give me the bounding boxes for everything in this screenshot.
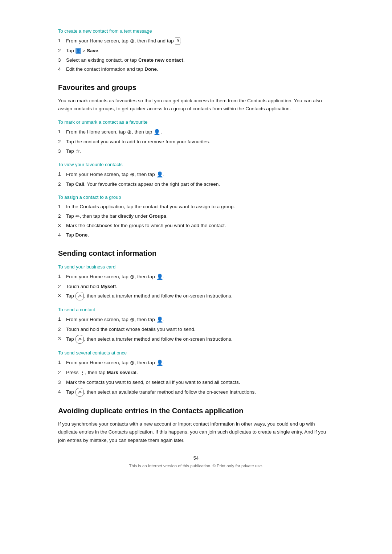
list-item: 4 Tap ↗·, then select an available trans… bbox=[58, 388, 334, 397]
list-item: 3 Tap ↗·, then select a transfer method … bbox=[58, 335, 334, 344]
list-item: 1 From the Home screen, tap ⊕, then tap … bbox=[58, 128, 334, 136]
list-item: 1 From your Home screen, tap ⊕, then fin… bbox=[58, 37, 334, 45]
list-item: 2 Tap the contact you want to add to or … bbox=[58, 138, 334, 146]
mark-favourite-steps: 1 From the Home screen, tap ⊕, then tap … bbox=[58, 128, 334, 155]
page: To create a new contact from a text mess… bbox=[0, 0, 392, 554]
avoid-duplicates-intro: If you synchronise your contacts with a … bbox=[58, 420, 334, 444]
list-item: 2 Tap Call. Your favourite contacts appe… bbox=[58, 180, 334, 188]
list-item: 3 Mark the contacts you want to send, or… bbox=[58, 378, 334, 386]
list-item: 2 Touch and hold Myself. bbox=[58, 283, 334, 291]
list-item: 2 Tap ✏, then tap the bar directly under… bbox=[58, 212, 334, 221]
list-item: 4 Edit the contact information and tap D… bbox=[58, 65, 334, 73]
create-contact-header: To create a new contact from a text mess… bbox=[58, 28, 334, 34]
send-several-header: To send several contacts at once bbox=[58, 350, 334, 356]
list-item: 1 From your Home screen, tap ⊕, then tap… bbox=[58, 272, 334, 281]
list-item: 1 From your Home screen, tap ⊕, then tap… bbox=[58, 315, 334, 324]
assign-group-header: To assign a contact to a group bbox=[58, 194, 334, 200]
list-item: 3 Select an existing contact, or tap Cre… bbox=[58, 56, 334, 64]
send-business-card-steps: 1 From your Home screen, tap ⊕, then tap… bbox=[58, 272, 334, 301]
list-item: 3 Tap ↗·, then select a transfer method … bbox=[58, 292, 334, 300]
list-item: 2 Touch and hold the contact whose detai… bbox=[58, 325, 334, 333]
view-favourite-steps: 1 From your Home screen, tap ⊕, then tap… bbox=[58, 170, 334, 188]
list-item: 3 Tap ☆. bbox=[58, 147, 334, 155]
create-contact-steps: 1 From your Home screen, tap ⊕, then fin… bbox=[58, 37, 334, 73]
assign-group-steps: 1 In the Contacts application, tap the c… bbox=[58, 203, 334, 239]
page-number: 54 bbox=[58, 455, 334, 461]
list-item: 2 Press ⋮, then tap Mark several. bbox=[58, 369, 334, 377]
send-contact-steps: 1 From your Home screen, tap ⊕, then tap… bbox=[58, 315, 334, 344]
avoid-duplicates-heading: Avoiding duplicate entries in the Contac… bbox=[58, 407, 334, 415]
send-business-card-header: To send your business card bbox=[58, 264, 334, 270]
list-item: 1 From your Home screen, tap ⊕, then tap… bbox=[58, 358, 334, 367]
view-favourite-header: To view your favourite contacts bbox=[58, 162, 334, 167]
list-item: 4 Tap Done. bbox=[58, 231, 334, 239]
list-item: 2 Tap 👤 > Save. bbox=[58, 47, 334, 55]
list-item: 1 From your Home screen, tap ⊕, then tap… bbox=[58, 170, 334, 179]
footer-note: This is an Internet version of this publ… bbox=[58, 464, 334, 468]
send-contact-header: To send a contact bbox=[58, 307, 334, 312]
send-several-steps: 1 From your Home screen, tap ⊕, then tap… bbox=[58, 358, 334, 397]
favourites-groups-heading: Favourites and groups bbox=[58, 83, 334, 92]
favourites-intro: You can mark contacts as favourites so t… bbox=[58, 97, 334, 113]
list-item: 1 In the Contacts application, tap the c… bbox=[58, 203, 334, 211]
sending-contact-heading: Sending contact information bbox=[58, 249, 334, 258]
list-item: 3 Mark the checkboxes for the groups to … bbox=[58, 222, 334, 230]
mark-favourite-header: To mark or unmark a contact as a favouri… bbox=[58, 119, 334, 125]
